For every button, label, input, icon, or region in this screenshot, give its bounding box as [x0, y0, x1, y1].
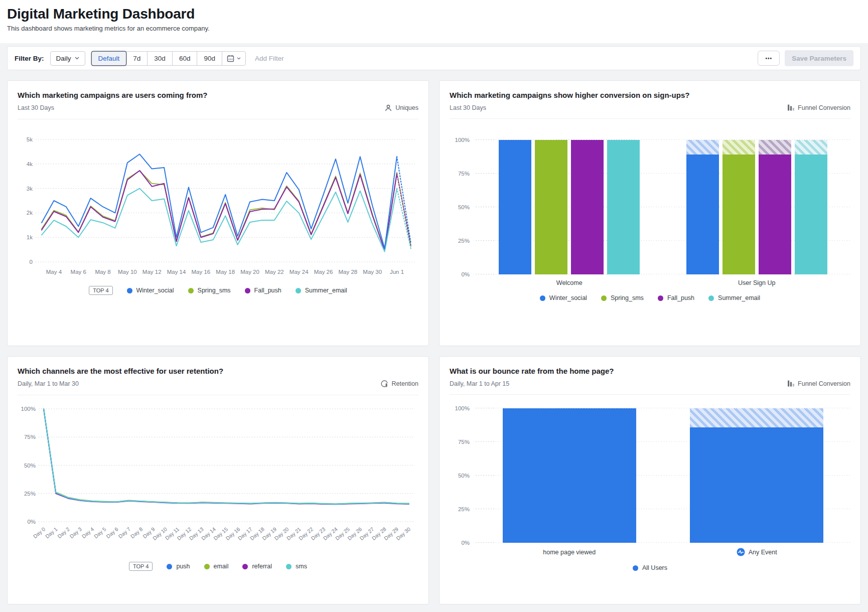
more-options-button[interactable]: ••• [758, 51, 780, 66]
custom-date-range-button[interactable] [222, 52, 245, 65]
card-header: What is our bounce rate from the home pa… [440, 357, 860, 395]
legend-label: sms [296, 563, 307, 570]
legend-item-email[interactable]: email [204, 563, 229, 570]
signup-funnel-legend: Winter_socialSpring_smsFall_pushSummer_e… [450, 294, 850, 301]
legend-label: email [214, 563, 229, 570]
series-line-Summer_email[interactable] [42, 189, 397, 252]
signup-funnel-chart[interactable]: 0%25%50%75%100%WelcomeUser Sign Up [450, 140, 850, 286]
x-tick-label: Day 5 [93, 526, 107, 539]
legend-label: Spring_sms [611, 294, 644, 301]
legend-dot [540, 295, 545, 301]
funnel-bar-Summer_email[interactable] [795, 140, 827, 274]
filter-bar: Filter By: Daily Default 7d 30d 60d 90d … [7, 46, 861, 70]
x-tick-label: May 14 [167, 269, 186, 275]
retention-chart[interactable]: 0%25%50%75%100%Day 0Day 1Day 2Day 3Day 4… [18, 400, 418, 557]
campaign-line-legend: TOP 4Winter_socialSpring_smsFall_pushSum… [18, 286, 418, 295]
x-tick-label: May 22 [265, 269, 284, 275]
funnel-bar-Spring_sms[interactable] [535, 140, 567, 274]
legend-label: All Users [642, 564, 667, 571]
legend-item-Spring_sms[interactable]: Spring_sms [188, 287, 231, 294]
x-tick-label: May 18 [216, 269, 235, 275]
save-parameters-button[interactable]: Save Parameters [785, 50, 853, 66]
legend-item-sms[interactable]: sms [286, 563, 307, 570]
range-segment-default[interactable]: Default [92, 52, 126, 65]
series-line-referral[interactable] [44, 409, 409, 504]
funnel-bar-value [503, 408, 636, 543]
legend-item-Fall_push[interactable]: Fall_push [245, 287, 281, 294]
x-tick-label: May 24 [290, 269, 309, 275]
dashboard-grid: Which marketing campaigns are users comi… [7, 80, 861, 604]
funnel-plot: 0%25%50%75%100% [476, 408, 850, 543]
y-tick-label: 0% [27, 519, 36, 525]
x-tick-label: May 4 [46, 269, 62, 275]
metric-label: Retention [391, 380, 418, 387]
funnel-bar-Fall_push[interactable] [759, 140, 791, 274]
series-line-sms[interactable] [44, 409, 409, 504]
funnel-bar-All Users[interactable] [690, 408, 823, 543]
funnel-bar-value [535, 140, 567, 274]
metric-label: Funnel Conversion [798, 380, 850, 387]
range-segment-60d[interactable]: 60d [172, 52, 197, 65]
range-segment-30d[interactable]: 30d [147, 52, 172, 65]
legend-item-Summer_email[interactable]: Summer_email [296, 287, 347, 294]
bounce-funnel-chart[interactable]: 0%25%50%75%100%home page viewedAny Event [450, 408, 850, 556]
funnel-bar-Winter_social[interactable] [686, 140, 719, 274]
funnel-bar-Fall_push[interactable] [571, 140, 604, 274]
range-segment-7d[interactable]: 7d [126, 52, 147, 65]
legend-label: Summer_email [718, 294, 760, 301]
legend-item-referral[interactable]: referral [242, 563, 272, 570]
funnel-bar-Spring_sms[interactable] [722, 140, 755, 274]
x-tick-label: May 6 [71, 269, 86, 275]
top4-chip: TOP 4 [89, 286, 112, 295]
legend-item-All Users[interactable]: All Users [633, 564, 667, 571]
card-title[interactable]: Which channels are the most effective fo… [18, 367, 418, 375]
card-title[interactable]: Which marketing campaigns show higher co… [450, 91, 850, 99]
y-tick-label: 0% [450, 540, 470, 546]
x-tick-label: Day 2 [56, 526, 71, 539]
card-signup-funnel: Which marketing campaigns show higher co… [439, 80, 861, 346]
funnel-bar-Summer_email[interactable] [607, 140, 640, 274]
funnel-step-label-text: Welcome [556, 279, 583, 286]
interval-dropdown[interactable]: Daily [50, 51, 85, 66]
card-metric: Funnel Conversion [787, 380, 850, 387]
series-line-push[interactable] [44, 409, 409, 504]
add-filter-button[interactable]: Add Filter [255, 55, 284, 62]
range-segment-90d[interactable]: 90d [197, 52, 222, 65]
funnel-step-label: Welcome [476, 279, 663, 286]
chevron-down-icon [237, 57, 241, 60]
line-chart-svg: 01k2k3k4k5kMay 4May 6May 8May 10May 12Ma… [18, 124, 419, 276]
retention-icon [380, 380, 388, 388]
legend-item-Winter_social[interactable]: Winter_social [540, 294, 587, 301]
legend-item-Spring_sms[interactable]: Spring_sms [601, 294, 644, 301]
y-tick-label: 75% [450, 171, 470, 177]
chevron-down-icon [75, 57, 79, 60]
bounce-funnel-legend: All Users [450, 564, 850, 571]
legend-label: push [176, 563, 190, 570]
campaign-line-chart[interactable]: 01k2k3k4k5kMay 4May 6May 8May 10May 12Ma… [18, 124, 418, 278]
x-tick-label: Day 1 [44, 526, 59, 539]
funnel-step-group [663, 408, 851, 543]
y-tick-label: 25% [450, 506, 470, 512]
funnel-bar-Winter_social[interactable] [499, 140, 531, 274]
funnel-bar-value [722, 155, 755, 274]
calendar-icon [227, 55, 234, 62]
metric-label: Funnel Conversion [798, 104, 850, 111]
card-header: Which marketing campaigns are users comi… [8, 81, 428, 119]
card-title[interactable]: What is our bounce rate from the home pa… [450, 367, 850, 375]
any-event-icon [737, 548, 745, 556]
interval-dropdown-value: Daily [56, 55, 71, 62]
legend-label: Fall_push [667, 294, 694, 301]
funnel-bar-value [571, 140, 604, 274]
legend-item-push[interactable]: push [167, 563, 190, 570]
card-title[interactable]: Which marketing campaigns are users comi… [18, 91, 418, 99]
funnel-bars [476, 140, 850, 274]
legend-item-Winter_social[interactable]: Winter_social [127, 287, 174, 294]
funnel-bar-All Users[interactable] [503, 408, 636, 543]
legend-item-Fall_push[interactable]: Fall_push [658, 294, 694, 301]
legend-item-Summer_email[interactable]: Summer_email [708, 294, 760, 301]
y-tick-label: 4k [27, 161, 33, 167]
metric-label: Uniques [395, 104, 418, 111]
funnel-bar-value [690, 427, 823, 543]
legend-dot [167, 564, 172, 569]
series-line-email[interactable] [44, 409, 409, 504]
